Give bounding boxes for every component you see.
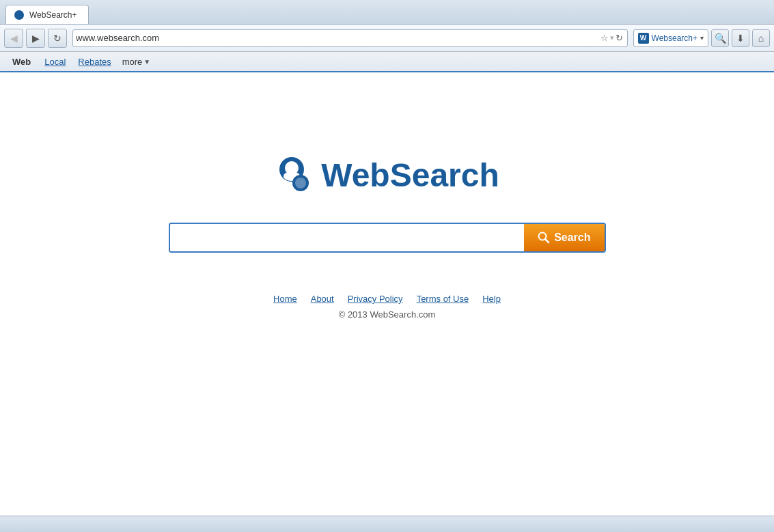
- nav-more-arrow-icon: ▼: [143, 58, 150, 66]
- tab-bar: WebSearch+: [0, 0, 774, 25]
- nav-more-label: more: [122, 57, 143, 67]
- footer-link-privacy[interactable]: Privacy Policy: [348, 294, 403, 304]
- search-engine-box[interactable]: W Websearch+ ▾: [633, 29, 708, 47]
- footer-link-terms[interactable]: Terms of Use: [417, 294, 469, 304]
- status-bar: [0, 516, 774, 532]
- bookmarks-bar: Web Local Rebates more ▼: [0, 52, 774, 72]
- nav-local[interactable]: Local: [39, 54, 71, 70]
- search-engine-label: Websearch+: [652, 33, 697, 43]
- home-button[interactable]: ⌂: [752, 29, 770, 47]
- bookmark-star-icon[interactable]: ☆: [599, 33, 610, 43]
- footer-link-home[interactable]: Home: [273, 294, 297, 304]
- footer-link-about[interactable]: About: [311, 294, 334, 304]
- search-input[interactable]: [170, 224, 525, 251]
- address-bar[interactable]: [76, 33, 599, 43]
- logo-web-part: Web: [321, 157, 389, 193]
- logo-container: WebSearch: [275, 154, 499, 195]
- logo-text: WebSearch: [321, 156, 499, 194]
- search-button[interactable]: Search: [524, 224, 604, 251]
- browser-window: WebSearch+ ◀ ▶ ↻ ☆ ▾ ↻ W Websearch+ ▾ 🔍 …: [0, 0, 774, 532]
- search-button-label: Search: [554, 232, 590, 244]
- nav-more[interactable]: more ▼: [118, 54, 155, 70]
- active-tab[interactable]: WebSearch+: [5, 5, 89, 24]
- navigation-bar: ◀ ▶ ↻ ☆ ▾ ↻ W Websearch+ ▾ 🔍 ⬇ ⌂: [0, 25, 774, 52]
- download-button[interactable]: ⬇: [732, 29, 749, 47]
- footer-copyright: © 2013 WebSearch.com: [273, 309, 501, 320]
- search-magnifier-icon: [538, 232, 550, 244]
- footer-links: Home About Privacy Policy Terms of Use H…: [273, 294, 501, 304]
- logo-icon: [275, 154, 316, 195]
- search-container: Search: [169, 223, 606, 253]
- tab-favicon: [14, 10, 24, 20]
- svg-point-4: [295, 178, 306, 188]
- logo-search-part: Search: [390, 157, 499, 193]
- page-content: WebSearch Search Home About Privacy Poli…: [0, 72, 774, 516]
- svg-line-6: [545, 239, 549, 242]
- magnifier-search-button[interactable]: 🔍: [711, 29, 729, 47]
- search-engine-dropdown-icon[interactable]: ▾: [700, 34, 704, 42]
- address-bar-container: ☆ ▾ ↻: [72, 29, 628, 47]
- footer: Home About Privacy Policy Terms of Use H…: [273, 294, 501, 320]
- nav-rebates[interactable]: Rebates: [72, 54, 116, 70]
- forward-button[interactable]: ▶: [26, 29, 45, 48]
- search-engine-icon: W: [638, 33, 649, 44]
- refresh-button[interactable]: ↻: [48, 29, 67, 48]
- reload-icon[interactable]: ↻: [614, 33, 624, 43]
- back-button[interactable]: ◀: [4, 29, 23, 48]
- tab-label: WebSearch+: [29, 10, 77, 20]
- footer-link-help[interactable]: Help: [482, 294, 501, 304]
- nav-web[interactable]: Web: [5, 54, 38, 70]
